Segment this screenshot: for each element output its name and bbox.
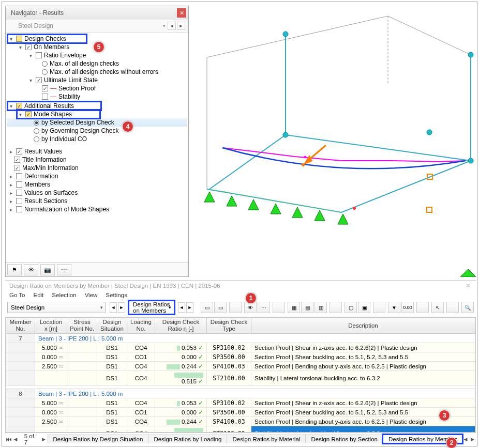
table-row[interactable]: 0.000 ≍DS1CO1 0.000 ✓SP3500.00Section Pr… <box>6 352 475 362</box>
checkbox[interactable] <box>16 190 22 196</box>
tree-design-checks[interactable]: Design Checks <box>24 35 66 42</box>
checkbox[interactable] <box>16 181 22 188</box>
filter-icon[interactable]: ▼ <box>388 302 400 313</box>
table-group-row[interactable]: 8Beam | 3 - IPE 200 | L : 5.000 m <box>6 389 475 398</box>
chevron-right-icon[interactable]: ▸ <box>8 174 14 179</box>
tab-by-loading[interactable]: Design Ratios by Loading <box>148 435 227 443</box>
chevron-down-icon[interactable]: ▾ <box>17 112 23 117</box>
toolbar-icon[interactable]: ⋯ <box>258 302 270 313</box>
radio[interactable] <box>34 120 39 126</box>
chevron-down-icon[interactable]: ▾ <box>17 44 23 50</box>
toolbar-icon[interactable]: 0.00 <box>401 302 414 313</box>
menu-edit[interactable]: Edit <box>33 292 43 298</box>
tree-additional-results[interactable]: Additional Results <box>24 102 74 110</box>
checkbox[interactable] <box>16 103 22 109</box>
next-icon[interactable]: ► <box>118 302 125 313</box>
model-viewport[interactable] <box>191 6 476 277</box>
toolbar-icon[interactable]: ▭ <box>214 302 227 313</box>
checkbox[interactable] <box>42 85 48 91</box>
chevron-down-icon[interactable]: ▾ <box>8 103 14 109</box>
tree-deformation[interactable]: Deformation <box>24 173 58 180</box>
col-design-sit[interactable]: Design Situation <box>97 318 127 334</box>
radio[interactable] <box>42 61 48 67</box>
table-row[interactable]: 2.500 ≍DS1CO4 0.244 ✓SP4100.03Section Pr… <box>6 417 475 426</box>
eye-icon[interactable]: 👁 <box>24 264 38 275</box>
table-row[interactable]: 0.000 ≍DS1CO1 0.000 ✓SP3500.00Section Pr… <box>6 408 475 417</box>
tab-by-section[interactable]: Design Ratios by Section <box>305 435 383 443</box>
checkbox[interactable] <box>25 111 32 117</box>
table-row[interactable]: DS1CO4 0.515 ✓ST2100.00Stability | Later… <box>6 371 475 386</box>
col-ratio[interactable]: Design Check Ratio η [-] <box>155 318 207 334</box>
design-addon-selector[interactable]: Steel Design ▾ <box>7 302 106 313</box>
checkbox[interactable] <box>16 148 22 155</box>
chevron-down-icon[interactable]: ▾ <box>8 36 14 42</box>
tree-maxmin-info[interactable]: Max/Min Information <box>22 164 79 172</box>
prev-icon[interactable]: ◄ <box>178 302 185 313</box>
navigator-result-selector[interactable]: Steel Design ▾ ◄ ► <box>6 20 188 33</box>
toolbar-icon[interactable]: ▢ <box>345 302 357 313</box>
chevron-right-icon[interactable]: ▸ <box>8 182 14 188</box>
tree-on-members[interactable]: On Members <box>34 43 69 51</box>
tree-uls[interactable]: Ultimate Limit State <box>44 76 98 84</box>
checkbox[interactable] <box>25 44 32 50</box>
tabs-first-icon[interactable]: ⏮ <box>5 436 12 442</box>
chevron-right-icon[interactable]: ▸ <box>8 207 14 212</box>
tabs-scroll-right-icon[interactable]: ► <box>469 436 476 442</box>
checkbox[interactable] <box>14 165 20 171</box>
tabs-next-icon[interactable]: ► <box>40 436 47 442</box>
menu-view[interactable]: View <box>85 292 98 298</box>
checkbox[interactable] <box>16 206 22 212</box>
close-icon[interactable]: ✕ <box>177 8 186 18</box>
col-description[interactable]: Description <box>251 318 475 334</box>
tree-title-info[interactable]: Title Information <box>22 156 67 163</box>
result-table-selector[interactable]: Design Ratios on Members ▾ <box>130 302 173 313</box>
radio[interactable] <box>42 69 48 75</box>
prev-icon[interactable]: ◄ <box>110 302 117 313</box>
table-row[interactable]: 5.000 ≍DS1CO4 0.053 ✓SP3100.02Section Pr… <box>6 398 475 408</box>
table-row[interactable]: 2.500 ≍DS1CO4 0.244 ✓SP4100.03Section Pr… <box>6 362 475 371</box>
nav-prev-icon[interactable]: ◄ <box>168 22 176 30</box>
pointer-icon[interactable]: ↖ <box>431 302 444 313</box>
tab-by-design-situation[interactable]: Design Ratios by Design Situation <box>48 435 149 443</box>
camera-icon[interactable]: 📷 <box>40 264 55 275</box>
col-dctype[interactable]: Design Check Type <box>207 318 251 334</box>
checkbox[interactable] <box>16 198 22 204</box>
radio[interactable] <box>34 128 39 134</box>
checkbox[interactable] <box>36 52 42 58</box>
checkbox[interactable] <box>16 173 22 179</box>
tree-normalization[interactable]: Normalization of Mode Shapes <box>24 206 109 213</box>
checkbox[interactable] <box>36 77 42 83</box>
menu-settings[interactable]: Settings <box>106 292 127 298</box>
tree-max-all[interactable]: Max. of all design checks <box>50 60 119 67</box>
flag-icon[interactable]: ⚑ <box>7 264 22 275</box>
chevron-down-icon[interactable]: ▾ <box>27 78 34 83</box>
menu-goto[interactable]: Go To <box>9 292 25 298</box>
table-row[interactable]: DS1CO4 0.515 ✓ST2100.00Stability | Later… <box>6 426 475 432</box>
search-icon[interactable]: 🔍 <box>461 302 474 313</box>
tree-result-sections[interactable]: Result Sections <box>24 197 67 205</box>
next-icon[interactable]: ► <box>186 302 193 313</box>
table-group-row[interactable]: 7Beam | 3 - IPE 200 | L : 5.000 m <box>6 334 475 343</box>
toolbar-icon[interactable]: ▦ <box>288 302 300 313</box>
chevron-down-icon[interactable]: ▾ <box>27 53 34 58</box>
tree-members[interactable]: Members <box>24 181 50 188</box>
col-member-no[interactable]: Member No. <box>6 318 35 334</box>
close-icon[interactable]: ✕ <box>465 282 472 289</box>
tree-values-surfaces[interactable]: Values on Surfaces <box>24 189 78 196</box>
tab-by-material[interactable]: Design Ratios by Material <box>227 435 306 443</box>
tree-ratio-envelope[interactable]: Ratio Envelope <box>44 52 86 59</box>
table-row[interactable]: 5.000 ≍DS1CO4 0.053 ✓SP3100.02Section Pr… <box>6 343 475 352</box>
checkbox[interactable] <box>16 36 22 42</box>
chevron-right-icon[interactable]: ▸ <box>8 149 14 155</box>
chevron-right-icon[interactable]: ▸ <box>8 190 14 196</box>
tabs-prev-icon[interactable]: ◄ <box>12 436 19 442</box>
toolbar-icon[interactable]: ▭ <box>201 302 213 313</box>
col-loading[interactable]: Loading No. <box>127 318 155 334</box>
nav-next-icon[interactable]: ► <box>177 22 185 30</box>
tabs-scroll-left-icon[interactable]: ◄ <box>462 436 469 442</box>
tree-stability[interactable]: Stability <box>58 93 80 100</box>
tree-section-proof[interactable]: Section Proof <box>58 85 96 92</box>
radio[interactable] <box>34 136 39 142</box>
results-table[interactable]: Member No. Location x [m] Stress Point N… <box>5 317 476 432</box>
tree-result-values[interactable]: Result Values <box>24 148 62 155</box>
